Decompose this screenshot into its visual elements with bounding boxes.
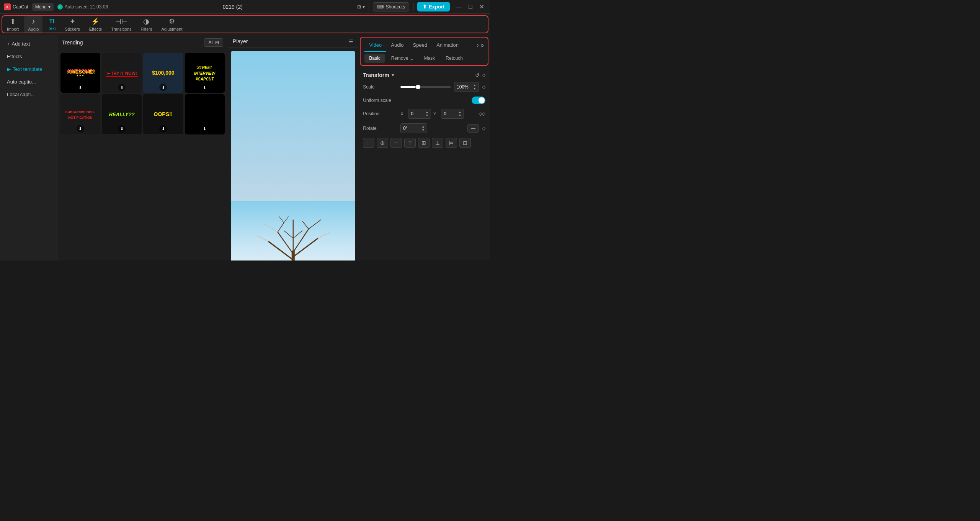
tool-filters[interactable]: ◑ Filters: [137, 15, 156, 33]
download-tryitnow[interactable]: ⬇: [118, 84, 126, 91]
sub-tab-remove[interactable]: Remove ...: [387, 54, 418, 63]
download-awesome[interactable]: ⬇: [77, 84, 84, 91]
export-button[interactable]: ⬆ Export: [417, 2, 450, 11]
sub-tab-retouch[interactable]: Retouch: [441, 54, 467, 63]
download-money[interactable]: ⬇: [159, 84, 167, 91]
rotate-row: Rotate 0° ▲ ▼ — ◇: [363, 123, 485, 133]
right-panel-sub-tabs: Basic Remove ... Mask Retouch: [361, 51, 488, 65]
app-name: CapCut: [13, 4, 28, 10]
rotate-input[interactable]: 0° ▲ ▼: [400, 123, 427, 133]
tool-audio[interactable]: ♪ Audio: [24, 16, 42, 33]
scale-slider[interactable]: [400, 86, 451, 88]
align-center-v[interactable]: ⊞: [418, 138, 430, 148]
position-x-input[interactable]: 0 ▲ ▼: [408, 109, 431, 119]
rotate-action-btn[interactable]: —: [467, 124, 479, 133]
tab-audio[interactable]: Audio: [386, 39, 408, 52]
download-really[interactable]: ⬇: [118, 125, 126, 133]
rotate-label: Rotate: [363, 126, 397, 131]
maximize-button[interactable]: □: [467, 3, 474, 11]
window-controls: — □ ✕: [454, 2, 486, 11]
right-panel: Video Audio Speed Animation › » Basic Re…: [358, 35, 490, 260]
media-panel: Trending All ⊟ AWESOME! ✦✦✦ ⬇ ►TRY IT NO…: [57, 35, 228, 260]
scale-diamond[interactable]: ◇: [482, 84, 485, 90]
media-panel-header: Trending All ⊟: [57, 35, 228, 50]
left-panel-add-text[interactable]: + Add text: [3, 38, 54, 49]
position-y-input[interactable]: 0 ▲ ▼: [441, 109, 464, 119]
rotate-diamond[interactable]: ◇: [482, 126, 485, 131]
align-bottom[interactable]: ⊥: [432, 138, 443, 148]
media-grid: AWESOME! ✦✦✦ ⬇ ►TRY IT NOW! ⬇ $100,000 ⬇: [57, 50, 228, 138]
align-left[interactable]: ⊢: [363, 138, 374, 148]
transform-reset[interactable]: ↺: [475, 72, 480, 78]
transform-diamond[interactable]: ◇: [482, 72, 485, 78]
menu-button[interactable]: Menu ▾: [32, 3, 54, 11]
content-area: + Add text Effects ▶ Text template Auto …: [0, 35, 490, 260]
media-card-money[interactable]: $100,000 ⬇: [143, 53, 183, 93]
uniform-scale-label: Uniform scale: [363, 98, 397, 103]
tool-adjustment[interactable]: ⚙ Adjustment: [157, 15, 186, 33]
download-oops[interactable]: ⬇: [159, 125, 167, 133]
left-panel-effects[interactable]: Effects: [3, 51, 54, 62]
audio-icon: ♪: [32, 18, 35, 26]
position-diamond[interactable]: ◇◇: [479, 111, 485, 116]
tab-speed[interactable]: Speed: [408, 39, 432, 52]
tool-effects[interactable]: ⚡ Effects: [85, 15, 106, 33]
layout-icon: ⊞: [357, 4, 361, 10]
align-top[interactable]: ⊤: [404, 138, 416, 148]
sub-tab-basic[interactable]: Basic: [364, 54, 385, 63]
transform-title: Transform ▾ ↺ ◇: [363, 72, 485, 78]
uniform-scale-toggle[interactable]: [472, 97, 485, 104]
left-panel: + Add text Effects ▶ Text template Auto …: [0, 35, 57, 260]
top-toolbar: ⬆ Import ♪ Audio TI Text ✦ Stickers ⚡ Ef…: [0, 14, 490, 35]
all-filter-button[interactable]: All ⊟: [204, 38, 223, 47]
download-street[interactable]: ⬇: [201, 84, 209, 91]
transform-collapse-icon[interactable]: ▾: [392, 72, 394, 78]
tab-more[interactable]: › »: [477, 42, 484, 49]
media-card-black[interactable]: ⬇: [185, 94, 225, 134]
media-card-awesome[interactable]: AWESOME! ✦✦✦ ⬇: [60, 53, 100, 93]
filter-icon: ⊟: [215, 40, 219, 45]
align-buttons-row: ⊢ ⊕ ⊣ ⊤ ⊞ ⊥ ⊨ ⊡: [363, 138, 485, 148]
left-panel-local-caption[interactable]: Local capti...: [3, 89, 54, 100]
tool-import[interactable]: ⬆ Import: [3, 15, 23, 33]
media-card-really[interactable]: REALLY?? ⬇: [102, 94, 142, 134]
media-card-tryitnow[interactable]: ►TRY IT NOW! ⬇: [102, 53, 142, 93]
media-card-subscribe[interactable]: SUBSCRIBE BELL NOTIFICATION ⬇: [60, 94, 100, 134]
media-card-street[interactable]: STREET INTERVIEW #CAPCUT ⬇: [185, 53, 225, 93]
tab-video[interactable]: Video: [364, 39, 386, 52]
align-right[interactable]: ⊣: [390, 138, 402, 148]
auto-saved-indicator: ✓ Auto saved: 21:03:06: [57, 4, 108, 10]
top-bar: X CapCut Menu ▾ ✓ Auto saved: 21:03:06 0…: [0, 0, 490, 14]
tab-animation[interactable]: Animation: [432, 39, 463, 52]
scale-input[interactable]: 100% ▲ ▼: [454, 82, 479, 92]
app-logo: X CapCut: [4, 3, 28, 10]
uniform-scale-row: Uniform scale: [363, 97, 485, 104]
align-distribute-v[interactable]: ⊡: [459, 138, 471, 148]
effects-icon: ⚡: [91, 17, 100, 26]
left-panel-auto-caption[interactable]: Auto captio...: [3, 76, 54, 87]
project-title: 0219 (2): [112, 4, 353, 10]
media-card-oops[interactable]: OOPS!! ⬇: [143, 94, 183, 134]
keyboard-icon: ⌨: [377, 4, 384, 10]
position-row: Position X 0 ▲ ▼ Y 0: [363, 109, 485, 119]
close-button[interactable]: ✕: [477, 2, 486, 11]
player-canvas-inner: •: [231, 51, 355, 260]
tool-stickers[interactable]: ✦ Stickers: [61, 15, 84, 33]
download-subscribe[interactable]: ⬇: [77, 125, 84, 133]
shortcuts-button[interactable]: ⌨ Shortcuts: [373, 2, 409, 11]
align-distribute-h[interactable]: ⊨: [446, 138, 457, 148]
sub-tab-mask[interactable]: Mask: [420, 54, 440, 63]
position-label: Position: [363, 111, 397, 116]
tool-transitions[interactable]: ⊣⊢ Transitions: [107, 15, 135, 33]
player-menu-icon[interactable]: ☰: [349, 39, 353, 44]
top-toolbar-wrapper: ⬆ Import ♪ Audio TI Text ✦ Stickers ⚡ Ef…: [0, 14, 490, 35]
tool-text[interactable]: TI Text: [44, 16, 59, 33]
left-panel-text-template[interactable]: ▶ Text template: [3, 64, 54, 75]
download-black[interactable]: ⬇: [201, 125, 209, 133]
export-icon: ⬆: [423, 4, 427, 10]
adjustment-icon: ⚙: [169, 17, 175, 26]
minimize-button[interactable]: —: [454, 3, 464, 11]
player-canvas: •: [231, 51, 355, 260]
text-icon: TI: [49, 18, 54, 25]
align-center-h[interactable]: ⊕: [377, 138, 388, 148]
